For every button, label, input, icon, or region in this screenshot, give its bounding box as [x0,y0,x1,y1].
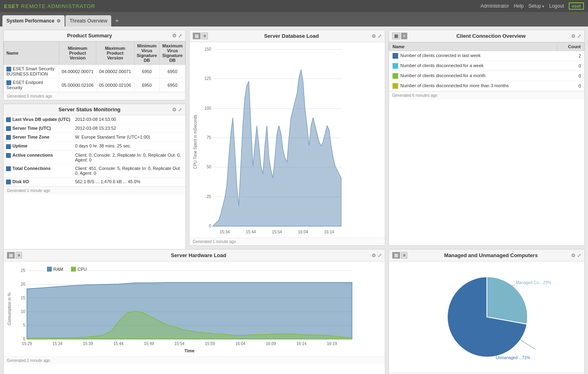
status-color-dot [6,144,11,149]
table-row: Uptime 0 days 0 hr. 38 mins. 25 sec. [4,142,185,151]
db-load-expand-icon[interactable]: ⤢ [378,33,382,39]
table-row: Active connections Client: 0, Console: 2… [4,151,185,164]
conn-color-dot [393,83,398,89]
hw-load-chart: Consumption in % 0 5 10 15 20 25 [7,265,360,353]
top-bar: ESET REMOTE ADMINISTRATOR Administrator … [0,0,588,12]
server-status-gear-icon[interactable]: ⚙ [172,107,177,112]
status-color-dot [6,153,11,158]
product-min-vdb: 6950 [134,78,160,92]
hw-load-bar-icon[interactable]: ▦ [7,252,15,259]
conn-color-dot [393,63,398,69]
status-label: Last Virus DB update (UTC) [4,115,73,124]
db-load-icons: ⚙ ⤢ [372,33,382,39]
product-min-version: 04.00002.00071 [59,65,96,78]
product-max-version: 04.00002.00071 [96,65,134,78]
logo-eset: ESET [4,3,19,9]
client-conn-bar-icon[interactable]: ▦ [392,33,400,39]
status-label: Uptime [4,142,73,151]
hw-load-icons: ⚙ ⤢ [372,253,382,258]
table-row: Disk I/O 562.1 B/S ... 1,470.6 kB ... 45… [4,177,185,186]
product-summary-gear-icon[interactable]: ⚙ [172,33,177,39]
svg-text:15:44: 15:44 [113,341,123,346]
tab-gear-icon[interactable]: ⚙ [57,18,61,24]
svg-text:15:29: 15:29 [22,341,32,346]
svg-text:RAM: RAM [53,267,63,272]
client-conn-footer: Generated 6 minutes ago [389,91,584,99]
product-summary-panel: Product Summary ⚙ ⤢ Name MinimumProductV… [3,30,186,100]
db-load-list-icon[interactable]: ≡ [201,33,208,39]
server-status-scroll[interactable]: Last Virus DB update (UTC) 2012-03-08 14… [4,115,185,186]
col-min-vdb: MinimumVirusSignatureDB [134,42,160,65]
product-summary-title: Product Summary [7,33,172,39]
connection-table: Name Count Number of clients connected i… [389,42,584,91]
svg-text:15:54: 15:54 [174,341,184,346]
table-row: Number of clients disconnected for a mon… [389,71,584,81]
conn-name-cell: Number of clients disconnected for more … [389,81,557,91]
nav-admin[interactable]: Administrator [480,3,509,9]
product-name-cell: ESET Smart Security BUSINESS EDITION [4,65,59,78]
status-value: Client: 0, Console: 2, Replicate In: 0, … [73,151,185,164]
hw-load-gear-icon[interactable]: ⚙ [372,253,376,258]
status-label: Server Time Zone [4,133,73,142]
hw-load-chart-area: Consumption in % 0 5 10 15 20 25 [4,262,385,356]
managed-gear-icon[interactable]: ⚙ [571,253,576,258]
managed-bar-icon[interactable]: ▦ [392,252,400,259]
product-summary-footer: Generated 6 minutes ago [4,92,185,100]
status-label: Active connections [4,151,73,164]
db-load-bar-icon[interactable]: ▦ [193,33,201,39]
hw-load-list-icon[interactable]: ≡ [16,252,22,259]
svg-text:16:14: 16:14 [324,230,334,234]
status-value: 2012-03-08 14:53:00 [73,115,185,124]
status-value: 2012-03-08 15:23:52 [73,124,185,133]
managed-title: Managed and Unmanaged Computers [411,252,571,258]
status-label: Server Time (UTC) [4,124,73,133]
status-value: 0 days 0 hr. 38 mins. 25 sec. [73,142,185,151]
nav-logout[interactable]: Logout [549,3,564,9]
managed-icons: ⚙ ⤢ [571,253,581,258]
client-conn-list-icon[interactable]: ≡ [401,33,407,39]
conn-count-cell: 0 [557,81,584,91]
conn-count-cell: 0 [557,61,584,71]
table-row: Total Connections Client: 451, Console: … [4,164,185,177]
svg-marker-14 [213,69,341,226]
managed-pie-chart: Managed Co... 29% Unmanaged ...71% [419,265,555,369]
hw-load-panel: ▦ ≡ Server Hardware Load ⚙ ⤢ Consumption… [3,249,385,374]
hw-load-expand-icon[interactable]: ⤢ [378,253,382,258]
col-max-vdb: MaximumVirusSignatureDB [160,42,185,65]
product-table: Name MinimumProductVersion MaximumProduc… [4,41,185,92]
managed-expand-icon[interactable]: ⤢ [577,253,581,258]
tab-threats-overview[interactable]: Threats Overview [65,15,111,27]
status-color-dot [6,126,11,131]
managed-list-icon[interactable]: ≡ [401,252,407,259]
nav-help[interactable]: Help [514,3,524,9]
client-conn-content: Name Count Number of clients connected i… [389,42,584,91]
hw-load-footer: Generated 1 minute ago [4,356,385,364]
server-status-expand-icon[interactable]: ⤢ [178,107,182,112]
tab-system-performance[interactable]: System Performance ⚙ [2,15,65,27]
main-content: Product Summary ⚙ ⤢ Name MinimumProductV… [0,27,588,374]
db-load-chart: CPU Time Spent in mSeconds 0 25 50 75 10… [193,45,345,234]
status-color-dot [6,117,11,122]
conn-name-cell: Number of clients connected in last week [389,51,557,61]
tab-add-button[interactable]: + [112,16,122,26]
nav-setup[interactable]: Setup ▾ [529,3,545,9]
svg-text:16:14: 16:14 [296,341,306,346]
svg-rect-38 [71,267,76,272]
product-summary-expand-icon[interactable]: ⤢ [178,33,182,39]
product-summary-content: Name MinimumProductVersion MaximumProduc… [4,41,185,92]
svg-text:Managed Co... 29%: Managed Co... 29% [516,280,551,285]
conn-col-name: Name [389,43,557,51]
svg-text:15:54: 15:54 [272,230,282,234]
eset-badge: eset [569,2,584,10]
svg-text:16:19: 16:19 [327,341,337,346]
server-status-icons: ⚙ ⤢ [172,107,182,112]
db-load-footer: Generated 1 minute ago [189,237,385,245]
svg-text:5: 5 [23,323,25,327]
svg-line-54 [519,339,535,349]
status-color-dot [6,180,11,184]
client-conn-expand-icon[interactable]: ⤢ [577,33,581,39]
col-min-product: MinimumProductVersion [59,42,96,65]
product-summary-icons: ⚙ ⤢ [172,33,182,39]
client-conn-gear-icon[interactable]: ⚙ [571,33,576,39]
db-load-gear-icon[interactable]: ⚙ [372,33,376,39]
